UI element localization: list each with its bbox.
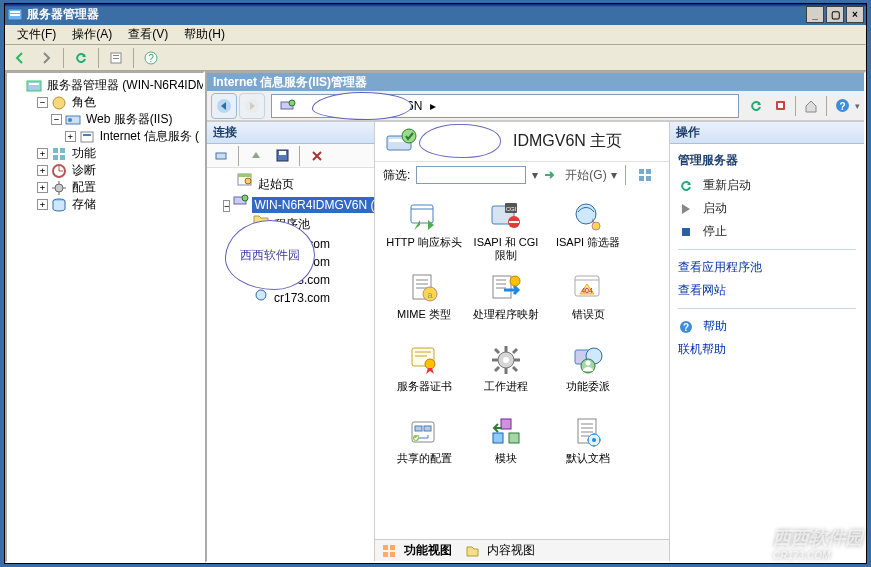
minimize-button[interactable]: _ (806, 6, 824, 23)
svg-rect-31 (778, 103, 783, 108)
svg-rect-4 (113, 55, 119, 56)
close-button[interactable]: × (846, 6, 864, 23)
tab-content-view[interactable]: 内容视图 (464, 542, 535, 559)
go-dropdown[interactable]: ▾ 开始(G) ▾ (532, 167, 616, 184)
expand-toggle[interactable]: + (37, 199, 48, 210)
iis-mgr-icon (79, 129, 95, 145)
action-separator (678, 308, 856, 309)
back-button[interactable] (9, 47, 31, 69)
cert-icon (408, 344, 440, 376)
svg-line-76 (513, 349, 517, 353)
menu-help[interactable]: 帮助(H) (176, 24, 233, 45)
view-tabs: 功能视图 内容视图 (375, 539, 669, 561)
toolbar-divider (63, 48, 64, 68)
help-icon: ? (678, 319, 694, 335)
title-bar-buttons: _ ▢ × (804, 6, 866, 23)
feature-default-doc[interactable]: 默认文档 (547, 412, 629, 484)
conn-site-item[interactable]: cr173.com (272, 290, 332, 306)
nav-refresh-button[interactable] (745, 95, 767, 117)
expand-toggle[interactable]: + (37, 165, 48, 176)
feature-worker[interactable]: 工作进程 (465, 340, 547, 412)
up-icon[interactable] (245, 145, 267, 167)
feature-http-resp[interactable]: HTTP 响应标头 (383, 196, 465, 268)
toolbar-divider (299, 146, 300, 166)
feature-modules[interactable]: 模块 (465, 412, 547, 484)
feature-handler[interactable]: 处理程序映射 (465, 268, 547, 340)
feature-isapi-filter[interactable]: ISAPI 筛选器 (547, 196, 629, 268)
help-button[interactable]: ? (140, 47, 162, 69)
toolbar-divider (238, 146, 239, 166)
action-help[interactable]: ? 帮助 (678, 316, 856, 337)
tree-storage[interactable]: 存储 (70, 195, 98, 214)
tree-iis-mgr[interactable]: Internet 信息服务 ( (98, 127, 201, 146)
menu-view[interactable]: 查看(V) (120, 24, 176, 45)
iis-role-icon (65, 112, 81, 128)
expand-toggle[interactable]: + (37, 182, 48, 193)
nav-forward-button[interactable] (239, 93, 265, 119)
delete-icon[interactable] (306, 145, 328, 167)
feature-cert[interactable]: 服务器证书 (383, 340, 465, 412)
connections-header: 连接 (207, 122, 374, 144)
scope-tree[interactable]: 服务器管理器 (WIN-N6R4IDMGV6 − 角色 (5, 71, 205, 563)
feature-delegate[interactable]: 功能委派 (547, 340, 629, 412)
svg-rect-13 (81, 132, 93, 142)
nav-home-button[interactable] (800, 95, 822, 117)
filter-input[interactable] (416, 166, 526, 184)
worker-icon (490, 344, 522, 376)
nav-back-button[interactable] (211, 93, 237, 119)
properties-button[interactable] (105, 47, 127, 69)
isapi-cgi-icon: CGI (490, 200, 522, 232)
annotation-cloud (419, 124, 501, 158)
tree-root[interactable]: 服务器管理器 (WIN-N6R4IDMGV6 (45, 76, 205, 95)
nav-help-button[interactable]: ? (831, 95, 853, 117)
expand-toggle[interactable]: − (37, 97, 48, 108)
feature-label: 共享的配置 (397, 452, 452, 465)
menu-action[interactable]: 操作(A) (64, 24, 120, 45)
app-icon (7, 7, 23, 23)
server-node-icon (233, 193, 249, 209)
refresh-button[interactable] (70, 47, 92, 69)
action-stop[interactable]: 停止 (678, 221, 856, 242)
expand-toggle[interactable]: − (223, 200, 230, 212)
breadcrumb[interactable]: 6N ▸ (271, 94, 739, 118)
action-online-help[interactable]: 联机帮助 (678, 339, 856, 360)
toolbar-divider (133, 48, 134, 68)
feature-shared-cfg[interactable]: 共享的配置 (383, 412, 465, 484)
conn-server-node[interactable]: WIN-N6R4IDMGV6N (WIN (252, 197, 374, 213)
shared-cfg-icon (408, 416, 440, 448)
expand-toggle[interactable]: + (65, 131, 76, 142)
maximize-button[interactable]: ▢ (826, 6, 844, 23)
mime-icon: a (408, 272, 440, 304)
forward-button[interactable] (35, 47, 57, 69)
feature-error[interactable]: 404错误页 (547, 268, 629, 340)
menu-file[interactable]: 文件(F) (9, 24, 64, 45)
svg-rect-87 (501, 419, 511, 429)
connect-icon[interactable] (210, 145, 232, 167)
conn-start-page[interactable]: 起始页 (256, 176, 296, 192)
tab-features-label: 功能视图 (404, 542, 452, 559)
action-view-sites[interactable]: 查看网站 (678, 280, 856, 301)
expand-toggle[interactable]: − (51, 114, 62, 125)
view-grid-icon[interactable] (634, 164, 656, 186)
svg-rect-88 (493, 433, 503, 443)
expand-toggle[interactable]: + (37, 148, 48, 159)
svg-point-10 (53, 97, 65, 109)
svg-rect-63 (493, 276, 511, 298)
connections-tree[interactable]: 起始页 −WIN-N6R4IDMGV6N (WIN 程序池 cr173.com … (207, 168, 374, 561)
nav-stop-button[interactable] (769, 95, 791, 117)
tab-features-view[interactable]: 功能视图 (381, 542, 452, 559)
svg-point-64 (510, 276, 520, 286)
go-label: 开始(G) (565, 167, 606, 184)
feature-isapi-cgi[interactable]: CGIISAPI 和 CGI 限制 (465, 196, 547, 268)
connections-header-label: 连接 (213, 124, 237, 141)
svg-rect-49 (646, 169, 651, 174)
save-icon[interactable] (271, 145, 293, 167)
action-start[interactable]: 启动 (678, 198, 856, 219)
actions-header-label: 操作 (676, 124, 700, 141)
breadcrumb-tail[interactable]: 6N (403, 99, 426, 113)
action-view-apppools[interactable]: 查看应用程序池 (678, 257, 856, 278)
toolbar: ? (5, 45, 866, 71)
feature-mime[interactable]: aMIME 类型 (383, 268, 465, 340)
handler-icon (490, 272, 522, 304)
action-restart[interactable]: 重新启动 (678, 175, 856, 196)
